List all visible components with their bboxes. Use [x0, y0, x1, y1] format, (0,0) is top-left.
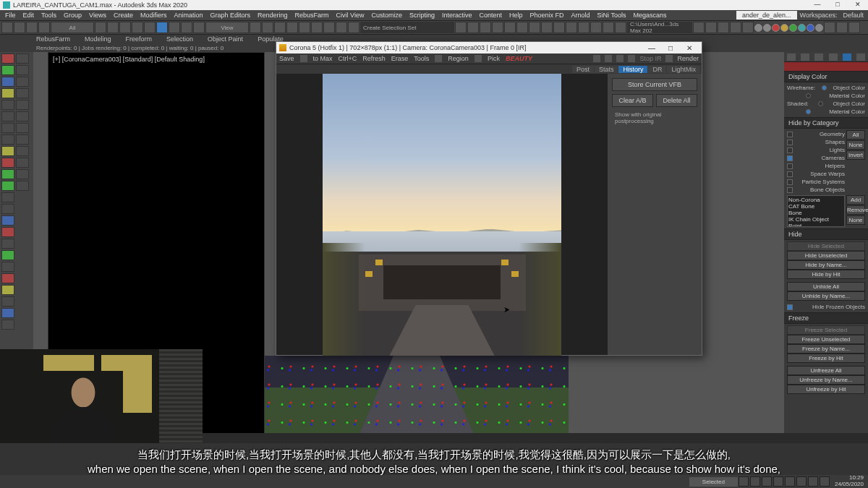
left-tool-icon[interactable] [16, 146, 29, 156]
left-tool-icon[interactable] [1, 308, 14, 318]
tool-icon[interactable] [492, 22, 503, 33]
category-listbox[interactable]: Non-Corona CAT Bone Bone IK Chain Object… [787, 195, 845, 227]
tool-icon[interactable] [262, 22, 273, 33]
render-setup-icon[interactable] [578, 22, 590, 33]
sphere-icon[interactable] [789, 24, 797, 32]
vfb-titlebar[interactable]: Corona 5 (Hotfix 1) | 702×878px (1:1) | … [276, 42, 702, 53]
tool-icon[interactable] [455, 22, 467, 33]
left-tool-icon[interactable] [1, 273, 14, 283]
menu-rebusfarm[interactable]: RebusFarm [292, 12, 333, 19]
invert-button[interactable]: Invert [846, 150, 865, 160]
menu-views[interactable]: Views [85, 12, 110, 19]
tool-icon[interactable] [705, 22, 717, 33]
tool-icon[interactable] [193, 22, 205, 33]
nav-icon[interactable] [773, 476, 783, 487]
left-tool-icon[interactable] [1, 65, 14, 75]
tool-icon[interactable] [467, 22, 479, 33]
tab-modeling[interactable]: Modeling [85, 35, 111, 43]
close-button[interactable]: ✕ [851, 1, 865, 9]
path-display[interactable]: C:\Users\And...3ds Max 202 [627, 22, 692, 33]
render-icon[interactable] [590, 22, 602, 33]
left-tool-icon[interactable] [1, 227, 14, 237]
selection-set-input[interactable]: Create Selection Set [360, 22, 454, 33]
workspace-value[interactable]: Default [840, 12, 867, 19]
create-tab-icon[interactable] [787, 53, 796, 61]
particles-checkbox[interactable] [787, 179, 793, 185]
shaded-object-radio[interactable] [818, 101, 823, 106]
sphere-icon[interactable] [754, 24, 762, 32]
vfb-tab-post[interactable]: Post [572, 66, 594, 73]
left-tool-icon[interactable] [16, 134, 29, 145]
tool-icon[interactable] [693, 22, 705, 33]
all-button[interactable]: All [846, 130, 865, 140]
unfreeze-byhit-button[interactable]: Unfreeze by Hit [787, 385, 865, 394]
none2-button[interactable]: None [846, 215, 865, 225]
vfb-dropdown-icon[interactable] [300, 55, 307, 62]
sphere-icon[interactable] [807, 24, 814, 32]
timeline[interactable] [203, 433, 868, 443]
menu-sinitools[interactable]: SiNi Tools [594, 12, 630, 19]
left-tool-icon[interactable] [16, 53, 29, 64]
left-tool-icon[interactable] [1, 146, 14, 156]
tab-rebusfarm[interactable]: RebusFarm [36, 35, 70, 43]
hierarchy-tab-icon[interactable] [814, 53, 823, 61]
left-tool-icon[interactable] [1, 239, 14, 249]
left-tool-icon[interactable] [16, 65, 29, 75]
unhide-byname-button[interactable]: Unhide by Name... [787, 291, 865, 301]
left-tool-icon[interactable] [16, 111, 29, 121]
delete-all-button[interactable]: Delete All [656, 94, 697, 107]
display-tab-icon[interactable] [843, 53, 851, 61]
vfb-stop-icon[interactable] [628, 55, 635, 62]
unhide-all-button[interactable]: Unhide All [787, 282, 865, 291]
vfb-tools-button[interactable]: Tools [414, 55, 429, 62]
unlink-button[interactable] [38, 22, 50, 33]
viewport-label[interactable]: [+] [CoronaCamera003] [Standard] [Defaul… [53, 56, 205, 63]
left-tool-icon[interactable] [1, 285, 14, 295]
unfreeze-all-button[interactable]: Unfreeze All [787, 366, 865, 375]
tool-icon[interactable] [824, 22, 835, 33]
nav-icon[interactable] [739, 476, 749, 487]
maximize-button[interactable]: □ [830, 1, 845, 9]
vfb-pick-icon[interactable] [475, 55, 482, 62]
filter-dropdown[interactable]: All [51, 22, 94, 33]
menu-megascans[interactable]: Megascans [629, 12, 670, 19]
menu-content[interactable]: Content [475, 12, 506, 19]
shaded-material-radio[interactable] [806, 109, 811, 114]
vfb-erase-button[interactable]: Erase [391, 55, 409, 62]
link-button[interactable] [26, 22, 38, 33]
left-tool-icon[interactable] [1, 215, 14, 226]
minimize-button[interactable]: — [810, 1, 825, 9]
left-tool-icon[interactable] [1, 100, 14, 110]
menu-rendering[interactable]: Rendering [254, 12, 292, 19]
tab-freeform[interactable]: Freeform [126, 35, 153, 43]
tool-icon[interactable] [480, 22, 491, 33]
hide-category-header[interactable]: Hide by Category [784, 117, 868, 129]
left-tool-icon[interactable] [1, 192, 14, 202]
tool-icon[interactable] [566, 22, 577, 33]
freeze-unselected-button[interactable]: Freeze Unselected [787, 335, 865, 344]
modify-tab-icon[interactable] [801, 53, 809, 61]
geometry-checkbox[interactable] [787, 132, 793, 137]
menu-arnold[interactable]: Arnold [568, 12, 594, 19]
hide-unselected-button[interactable]: Hide Unselected [787, 251, 865, 260]
vfb-region-icon[interactable] [435, 55, 442, 62]
vfb-refresh-button[interactable]: Refresh [362, 55, 386, 62]
shapes-checkbox[interactable] [787, 140, 793, 145]
tool-icon[interactable] [615, 22, 626, 33]
left-tool-icon[interactable] [1, 320, 14, 330]
vfb-region-button[interactable]: Region [448, 55, 469, 62]
left-tool-icon[interactable] [16, 123, 29, 133]
tool-icon[interactable] [119, 22, 131, 33]
menu-file[interactable]: File [1, 12, 20, 19]
cameras-checkbox[interactable] [787, 155, 793, 161]
menu-animation[interactable]: Animation [170, 12, 206, 19]
tool-icon[interactable] [718, 22, 729, 33]
menu-tools[interactable]: Tools [38, 12, 60, 19]
left-tool-icon[interactable] [1, 250, 14, 260]
left-tool-icon[interactable] [1, 296, 14, 307]
vfb-stopir-button[interactable]: Stop IR [639, 55, 661, 62]
spacewarps-checkbox[interactable] [787, 171, 793, 177]
tool-icon[interactable] [504, 22, 516, 33]
left-tool-icon[interactable] [1, 204, 14, 214]
menu-help[interactable]: Help [506, 12, 527, 19]
